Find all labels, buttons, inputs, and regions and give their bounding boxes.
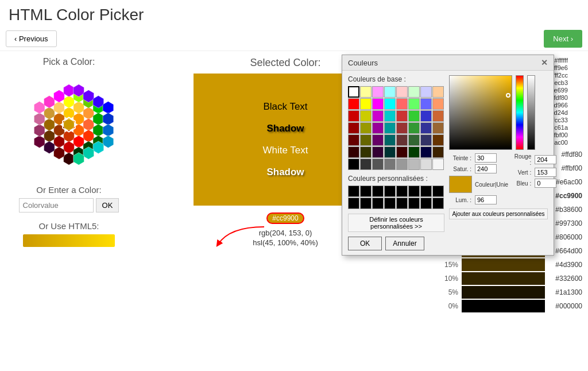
base-color-cell[interactable] bbox=[372, 146, 384, 158]
custom-color-cell[interactable] bbox=[372, 186, 384, 197]
custom-color-cell[interactable] bbox=[432, 186, 444, 197]
prev-button[interactable]: ‹ Previous bbox=[6, 30, 57, 47]
base-color-cell[interactable] bbox=[408, 86, 420, 98]
luminance-bar[interactable] bbox=[527, 75, 535, 150]
teinte-input[interactable] bbox=[475, 153, 497, 163]
svg-marker-15 bbox=[44, 130, 55, 142]
base-color-cell[interactable] bbox=[384, 110, 396, 122]
base-color-cell[interactable] bbox=[348, 122, 359, 134]
define-colors-button[interactable]: Définir les couleurs personnalisées >> bbox=[348, 214, 444, 232]
base-color-cell[interactable] bbox=[360, 110, 372, 122]
bleu-input[interactable] bbox=[535, 179, 556, 188]
base-color-cell[interactable] bbox=[372, 122, 384, 134]
color-ok-button[interactable]: OK bbox=[96, 198, 119, 212]
base-color-cell[interactable] bbox=[348, 98, 359, 110]
base-color-cell[interactable] bbox=[420, 134, 432, 146]
custom-color-cell[interactable] bbox=[360, 198, 372, 209]
next-button[interactable]: Next › bbox=[544, 30, 582, 48]
base-color-cell[interactable] bbox=[432, 134, 444, 146]
base-color-cell[interactable] bbox=[432, 98, 444, 110]
vert-input[interactable] bbox=[535, 168, 556, 177]
satur-input[interactable] bbox=[475, 164, 497, 173]
base-color-cell[interactable] bbox=[384, 159, 396, 170]
base-color-cell[interactable] bbox=[360, 146, 372, 158]
base-color-cell[interactable] bbox=[372, 98, 384, 110]
base-color-cell[interactable] bbox=[432, 146, 444, 158]
base-color-cell[interactable] bbox=[420, 159, 432, 170]
custom-color-cell[interactable] bbox=[408, 186, 420, 197]
base-color-cell[interactable] bbox=[372, 86, 384, 98]
base-color-cell[interactable] bbox=[348, 134, 359, 146]
base-color-cell[interactable] bbox=[420, 110, 432, 122]
base-color-cell[interactable] bbox=[408, 134, 420, 146]
base-colors-grid[interactable] bbox=[348, 86, 444, 170]
color-spectrum[interactable] bbox=[449, 75, 512, 150]
base-color-cell[interactable] bbox=[408, 98, 420, 110]
custom-color-cell[interactable] bbox=[372, 198, 384, 209]
custom-color-cell[interactable] bbox=[420, 198, 432, 209]
dialog-ok-button[interactable]: OK bbox=[348, 237, 382, 250]
custom-color-cell[interactable] bbox=[408, 198, 420, 209]
base-color-cell[interactable] bbox=[396, 134, 408, 146]
base-color-cell[interactable] bbox=[360, 159, 372, 170]
base-color-cell[interactable] bbox=[348, 146, 359, 158]
base-color-cell[interactable] bbox=[384, 134, 396, 146]
base-color-cell[interactable] bbox=[348, 159, 359, 170]
hex-picker[interactable] bbox=[17, 73, 121, 176]
base-color-cell[interactable] bbox=[360, 134, 372, 146]
swatch-color-bar[interactable] bbox=[462, 272, 545, 285]
swatch-color-bar[interactable] bbox=[462, 286, 545, 299]
base-color-cell[interactable] bbox=[420, 98, 432, 110]
rouge-input[interactable] bbox=[535, 155, 556, 164]
base-color-cell[interactable] bbox=[348, 86, 359, 98]
base-color-cell[interactable] bbox=[372, 159, 384, 170]
base-color-cell[interactable] bbox=[396, 110, 408, 122]
base-color-cell[interactable] bbox=[396, 146, 408, 158]
dialog-close-button[interactable]: ✕ bbox=[541, 58, 548, 67]
html5-color-bar[interactable] bbox=[23, 234, 115, 247]
dialog-titlebar: Couleurs ✕ bbox=[342, 55, 554, 71]
custom-color-cell[interactable] bbox=[384, 186, 396, 197]
base-color-cell[interactable] bbox=[432, 122, 444, 134]
lum-input[interactable] bbox=[475, 195, 497, 204]
base-color-cell[interactable] bbox=[420, 146, 432, 158]
base-color-cell[interactable] bbox=[408, 146, 420, 158]
base-color-cell[interactable] bbox=[360, 122, 372, 134]
base-color-cell[interactable] bbox=[408, 122, 420, 134]
custom-color-cell[interactable] bbox=[396, 186, 408, 197]
base-color-cell[interactable] bbox=[396, 98, 408, 110]
custom-color-cell[interactable] bbox=[432, 198, 444, 209]
base-color-cell[interactable] bbox=[384, 122, 396, 134]
base-color-cell[interactable] bbox=[384, 98, 396, 110]
dialog-cancel-button[interactable]: Annuler bbox=[385, 237, 424, 250]
custom-color-cell[interactable] bbox=[348, 198, 359, 209]
base-color-cell[interactable] bbox=[360, 98, 372, 110]
base-color-cell[interactable] bbox=[432, 86, 444, 98]
base-color-cell[interactable] bbox=[396, 86, 408, 98]
base-color-cell[interactable] bbox=[408, 110, 420, 122]
hue-bar[interactable] bbox=[516, 75, 524, 150]
base-color-cell[interactable] bbox=[396, 122, 408, 134]
base-color-cell[interactable] bbox=[384, 146, 396, 158]
base-color-cell[interactable] bbox=[360, 86, 372, 98]
base-color-cell[interactable] bbox=[348, 110, 359, 122]
base-color-cell[interactable] bbox=[420, 122, 432, 134]
add-custom-button[interactable]: Ajouter aux couleurs personnalisées bbox=[449, 208, 548, 219]
custom-colors-grid[interactable] bbox=[348, 186, 444, 209]
custom-color-cell[interactable] bbox=[420, 186, 432, 197]
base-color-cell[interactable] bbox=[420, 86, 432, 98]
base-color-cell[interactable] bbox=[432, 159, 444, 170]
custom-color-cell[interactable] bbox=[360, 186, 372, 197]
base-color-cell[interactable] bbox=[372, 110, 384, 122]
custom-color-cell[interactable] bbox=[396, 198, 408, 209]
custom-color-cell[interactable] bbox=[384, 198, 396, 209]
color-value-input[interactable] bbox=[19, 198, 94, 212]
base-color-cell[interactable] bbox=[396, 159, 408, 170]
base-color-cell[interactable] bbox=[384, 86, 396, 98]
swatch-color-bar[interactable] bbox=[462, 300, 545, 312]
swatch-color-bar[interactable] bbox=[462, 258, 545, 271]
base-color-cell[interactable] bbox=[432, 110, 444, 122]
base-color-cell[interactable] bbox=[408, 159, 420, 170]
custom-color-cell[interactable] bbox=[348, 186, 359, 197]
base-color-cell[interactable] bbox=[372, 134, 384, 146]
